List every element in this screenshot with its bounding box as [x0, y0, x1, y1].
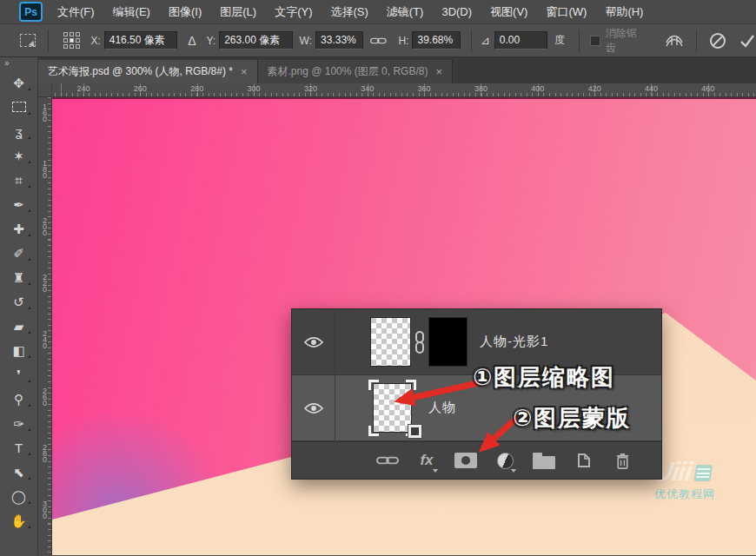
height-input[interactable]: 39.68% — [412, 31, 460, 50]
close-icon[interactable]: × — [241, 65, 248, 78]
move-tool[interactable]: ✥ — [9, 75, 30, 91]
x-input[interactable]: 416.50 像素 — [104, 31, 177, 50]
watermark-site: 优优教程网 — [654, 486, 715, 502]
h-ruler-number: 380 — [474, 84, 487, 93]
history-brush-tool[interactable]: ↺ — [9, 294, 30, 310]
tab-material-png[interactable]: 素材.png @ 100% (图层 0, RGB/8) × — [258, 60, 454, 83]
menu-item-10[interactable]: 窗口(W) — [546, 4, 587, 20]
vertical-ruler[interactable]: 160180200220240260280300 — [38, 97, 52, 555]
menu-item-8[interactable]: 3D(D) — [441, 5, 472, 18]
smart-object-badge — [408, 424, 422, 439]
adjustment-layer-icon[interactable] — [493, 450, 517, 471]
menu-item-1[interactable]: 文件(F) — [57, 4, 95, 20]
maintain-aspect-link-icon[interactable] — [370, 36, 388, 46]
layer-name[interactable]: 人物 — [428, 400, 456, 416]
horizontal-ruler[interactable]: 240260280300320340360380400420440460 — [52, 83, 756, 97]
menu-item-9[interactable]: 视图(V) — [490, 4, 527, 20]
canvas[interactable]: Uiii 优优教程网 — [52, 97, 756, 555]
frame-corner — [368, 380, 379, 390]
menu-item-6[interactable]: 选择(S) — [330, 4, 368, 20]
ellipse-tool[interactable]: ◯ — [9, 488, 30, 505]
annotation-layer-thumbnail: ①图层缩略图 — [473, 362, 615, 393]
v-ruler-number: 200 — [41, 218, 49, 236]
layers-panel-footer: fx — [292, 441, 661, 479]
pen-tool[interactable]: ✑ — [9, 415, 30, 432]
v-ruler-number: 180 — [41, 161, 49, 179]
blur-tool[interactable]: ❜ — [9, 367, 30, 383]
link-layers-icon[interactable] — [375, 450, 400, 471]
add-layer-mask-icon[interactable] — [454, 450, 478, 471]
tab-art-poster[interactable]: 艺术海报.psd @ 300% (人物, RGB/8#) * × — [38, 60, 258, 83]
annotation-text: 图层缩略图 — [494, 364, 615, 390]
menu-item-3[interactable]: 图像(I) — [169, 4, 202, 20]
y-label: Y: — [207, 35, 216, 47]
mask-link-icon[interactable] — [414, 331, 426, 354]
transform-bounding-box-icon — [20, 34, 36, 47]
reference-point-locator-icon[interactable] — [63, 32, 80, 49]
frame-corner — [368, 426, 379, 436]
layer-name[interactable]: 人物-光影1 — [480, 334, 548, 350]
cancel-transform-icon[interactable] — [709, 32, 726, 50]
width-input[interactable]: 33.33% — [315, 31, 363, 50]
h-ruler-number: 280 — [190, 84, 203, 93]
new-group-icon[interactable] — [532, 450, 556, 471]
v-ruler-number: 160 — [41, 104, 49, 122]
tool-list: ✥ʓ✶⌗✒✚✐♜↺▰◧❜⚲✑T⬉◯✋ — [0, 70, 37, 529]
eraser-tool[interactable]: ▰ — [9, 318, 30, 334]
annotation-layer-mask: ②图层蒙版 — [513, 403, 631, 434]
watermark: Uiii 优优教程网 — [654, 460, 715, 502]
dodge-tool[interactable]: ⚲ — [9, 391, 30, 407]
relative-positioning-icon[interactable]: Δ — [188, 34, 196, 48]
warp-mode-toggle-icon[interactable] — [665, 34, 684, 48]
h-ruler-number: 400 — [531, 84, 544, 93]
v-ruler-number: 280 — [41, 445, 49, 463]
divider — [48, 30, 49, 52]
visibility-toggle[interactable] — [292, 309, 335, 374]
y-input[interactable]: 263.00 像素 — [219, 31, 292, 50]
magic-wand-tool[interactable]: ✶ — [9, 148, 30, 164]
ruler-corner[interactable] — [38, 83, 52, 97]
menu-item-5[interactable]: 文字(Y) — [275, 4, 312, 20]
toolbar-collapse-button[interactable]: » — [0, 57, 37, 70]
layer-style-icon[interactable]: fx — [414, 450, 439, 471]
options-bar: X: 416.50 像素 Δ Y: 263.00 像素 W: 33.33% H:… — [0, 24, 756, 57]
menu-item-4[interactable]: 图层(L) — [220, 4, 256, 20]
degree-label: 度 — [554, 33, 565, 48]
eyedropper-tool[interactable]: ✒ — [9, 196, 30, 213]
menu-item-11[interactable]: 帮助(H) — [605, 4, 643, 20]
selected-thumbnail-frame[interactable] — [368, 380, 416, 436]
antialias-checkbox[interactable] — [590, 36, 600, 46]
x-label: X: — [90, 35, 100, 47]
hand-tool[interactable]: ✋ — [9, 513, 30, 529]
layer-mask-thumbnail[interactable] — [428, 317, 468, 367]
layer-thumbnail[interactable] — [370, 317, 411, 367]
angle-input[interactable]: 0.00 — [494, 31, 547, 50]
h-ruler-number: 440 — [645, 84, 658, 93]
new-layer-icon[interactable] — [571, 450, 595, 471]
lasso-tool[interactable]: ʓ — [9, 123, 30, 140]
v-ruler-number: 220 — [41, 275, 49, 293]
menu-item-2[interactable]: 编辑(E) — [113, 4, 150, 20]
frame-corner — [406, 380, 416, 390]
spot-healing-brush-tool[interactable]: ✚ — [9, 221, 30, 237]
crop-tool[interactable]: ⌗ — [9, 172, 30, 189]
menu-item-7[interactable]: 滤镜(T) — [387, 4, 424, 20]
delete-layer-icon[interactable] — [610, 450, 634, 471]
commit-transform-icon[interactable] — [739, 32, 756, 50]
brush-tool[interactable]: ✐ — [9, 245, 30, 261]
tab-title: 素材.png @ 100% (图层 0, RGB/8) — [268, 64, 428, 79]
path-selection-tool[interactable]: ⬉ — [9, 464, 30, 480]
h-ruler-number: 460 — [701, 84, 714, 93]
v-ruler-number: 260 — [41, 388, 49, 407]
eye-icon — [304, 402, 323, 414]
annotation-text: 图层蒙版 — [534, 405, 631, 431]
v-ruler-number: 300 — [41, 501, 49, 520]
rectangular-marquee-tool[interactable] — [9, 99, 30, 116]
layers-panel: 人物-光影1 — [291, 308, 662, 480]
close-icon[interactable]: × — [435, 65, 442, 78]
type-tool[interactable]: T — [9, 440, 30, 456]
gradient-tool[interactable]: ◧ — [9, 342, 30, 359]
main-menus: 文件(F)编辑(E)图像(I)图层(L)文字(Y)选择(S)滤镜(T)3D(D)… — [57, 4, 661, 20]
visibility-toggle[interactable] — [292, 375, 335, 440]
clone-stamp-tool[interactable]: ♜ — [9, 269, 30, 286]
